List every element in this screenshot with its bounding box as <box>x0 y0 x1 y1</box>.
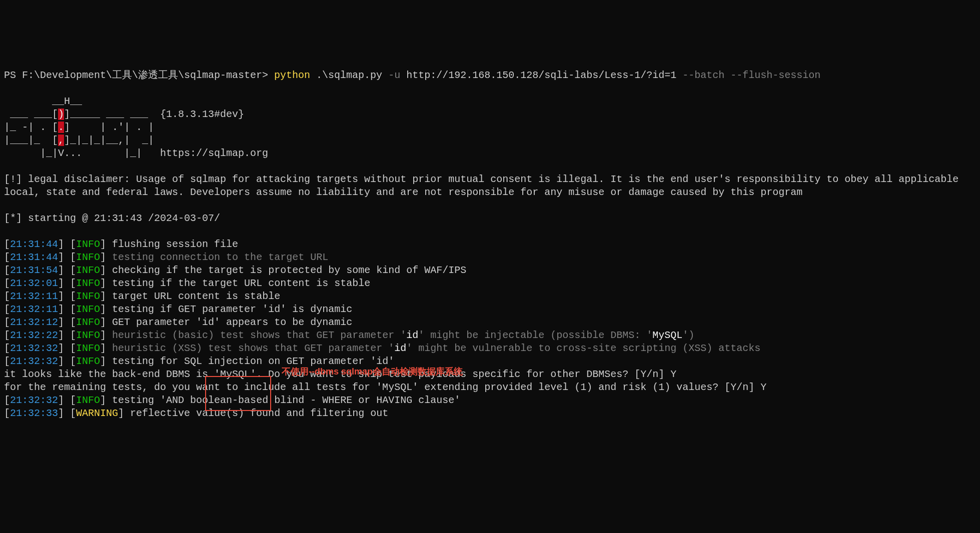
starting-line: [*] starting @ 21:31:43 /2024-03-07/ <box>4 212 220 224</box>
logo-line-2: ___ ___[)]_____ ___ ___ {1.8.3.13#dev} <box>4 108 244 120</box>
log-line: [21:31:44] [INFO] testing connection to … <box>4 252 328 263</box>
cmd-script: .\sqlmap.py <box>310 70 388 81</box>
cmd-flag-flush: --flush-session <box>724 70 820 81</box>
legal-disclaimer: [!] legal disclaimer: Usage of sqlmap fo… <box>4 174 964 198</box>
log-warning-reflective: [21:32:33] [WARNING] reflective value(s)… <box>4 408 388 419</box>
log-sql-injection-test: [21:32:32] [INFO] testing for SQL inject… <box>4 356 394 367</box>
log-heuristic-basic: [21:32:22] [INFO] heuristic (basic) test… <box>4 330 694 341</box>
logo-line-3: |_ -| . [.] | .'| . | <box>4 122 154 133</box>
log-boolean-blind: [21:32:32] [INFO] testing 'AND boolean-b… <box>4 394 460 406</box>
prompt-line: PS F:\Development\工具\渗透工具\sqlmap-master>… <box>4 70 820 81</box>
annotation-dbms-note: 不使用--dbms sqlmap会自动检测数据库系统 <box>282 366 463 378</box>
cmd-python: python <box>274 70 310 81</box>
log-line: [21:32:12] [INFO] GET parameter 'id' app… <box>4 316 352 328</box>
log-heuristic-xss: [21:32:32] [INFO] heuristic (XSS) test s… <box>4 342 760 354</box>
logo-line-4: |___|_ [,]_|_|_|__,| _| <box>4 134 154 146</box>
question-include-all: for the remaining tests, do you want to … <box>4 382 766 393</box>
log-line: [21:32:01] [INFO] testing if the target … <box>4 278 370 289</box>
prompt-path: PS F:\Development\工具\渗透工具\sqlmap-master> <box>4 70 274 81</box>
log-output: [21:31:44] [INFO] flushing session file … <box>4 238 976 329</box>
cmd-url: http://192.168.150.128/sqli-labs/Less-1/… <box>400 70 682 81</box>
logo-line-5: |_|V... |_| https://sqlmap.org <box>4 148 268 159</box>
log-line: [21:32:11] [INFO] testing if GET paramet… <box>4 304 352 315</box>
log-line: [21:31:44] [INFO] flushing session file <box>4 238 238 250</box>
cmd-flag-batch: --batch <box>682 70 724 81</box>
cmd-flag-u: -u <box>388 70 400 81</box>
terminal[interactable]: PS F:\Development\工具\渗透工具\sqlmap-master>… <box>4 56 976 459</box>
log-line: [21:32:11] [INFO] target URL content is … <box>4 290 280 302</box>
logo-line-1: __H__ <box>4 96 82 107</box>
log-line: [21:31:54] [INFO] checking if the target… <box>4 264 466 276</box>
